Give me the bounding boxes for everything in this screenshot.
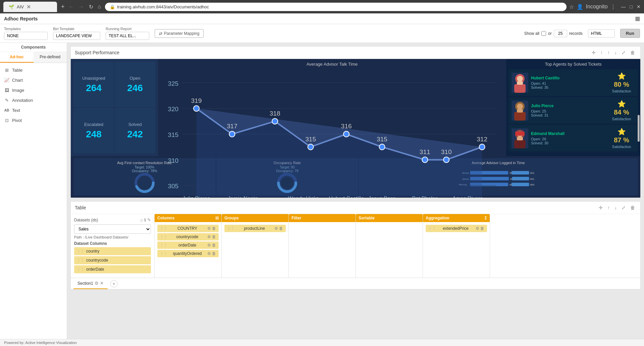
close-btn[interactable]: ✕ [637,4,641,9]
add-section-btn[interactable]: + [110,280,118,287]
agent-info-julio: Julio Pierce Open: 25Solved: 31 [531,103,605,117]
nav-forward-btn[interactable]: → [77,2,86,11]
table-delete-btn[interactable]: 🗑 [629,204,636,211]
browser-tab[interactable]: 🌱 AIV ✕ [3,2,57,12]
productline-settings-btn[interactable]: ⚙ [274,226,278,231]
sidebar-item-chart[interactable]: 📈 Chart [0,75,67,85]
menu-btn[interactable]: ⋮ [610,4,616,10]
table-builder: Datasets (ds) ⌂ ℹ ✎ Sales Path : [71,214,640,278]
show-all-checkbox[interactable] [541,31,546,36]
new-tab-btn[interactable]: + [61,3,65,10]
table-expand-btn[interactable]: ⤢ [620,204,627,211]
tab-close-btn[interactable]: ✕ [26,4,31,10]
section1-close-btn[interactable]: ✕ [100,281,104,286]
column-item-countrycode[interactable]: ⋮⋮ countrycode [74,256,151,264]
agent-avatar-julio [512,100,528,121]
up-btn[interactable]: ↑ [599,49,604,56]
running-select[interactable]: TEST ALL EL... [106,32,149,40]
upload-btn[interactable]: ↑ [606,49,611,56]
agg-item-extendedPrice[interactable]: ⋮⋮ extendedPrice ⚙ 🗑 [426,225,487,232]
sidebar-item-annotation[interactable]: ✎ Annotation [0,95,67,105]
countrycode-actions: ⚙ 🗑 [207,234,216,239]
svg-text:315: 315 [377,136,387,143]
table-up-btn[interactable]: ↑ [606,204,611,211]
section1-settings-btn[interactable]: ⚙ [95,281,99,286]
expand-btn[interactable]: ⤢ [620,49,627,56]
orderdate-delete-btn[interactable]: 🗑 [212,243,216,248]
param-mapping-btn[interactable]: ⇄ Parameter Mapping [155,29,204,38]
col-item-orderDate[interactable]: ⋮⋮ orderDate ⚙ 🗑 [157,241,219,249]
svg-rect-48 [514,140,526,148]
star-rating-julio: ⭐ [618,100,626,108]
dataset-home-btn[interactable]: ⌂ [140,217,143,222]
run-btn[interactable]: Run [620,29,640,38]
extprice-delete-btn[interactable]: 🗑 [480,226,484,231]
table-label: Table [12,68,22,73]
sidebar-item-table[interactable]: ⊞ Table [0,65,67,75]
country-drag-icon: ⋮⋮ [160,226,167,231]
dataset-select[interactable]: Sales [74,224,151,234]
countrycode-delete-btn[interactable]: 🗑 [212,234,216,239]
svg-text:318: 318 [270,110,280,117]
dataset-icons: ⌂ ℹ ✎ [140,217,151,222]
birt-select[interactable]: LANDSCAPE VIEW [53,32,100,40]
col-label-countrycode: countrycode [176,234,198,239]
svg-rect-62 [512,171,529,175]
country-delete-btn[interactable]: 🗑 [212,226,216,231]
section1-tab[interactable]: Section1 ⚙ ✕ [73,278,108,289]
orderdate-actions: ⚙ 🗑 [207,243,216,248]
nav-back-btn[interactable]: ← [67,2,75,11]
talk-time-chart: 325 320 315 310 305 [161,68,503,198]
nav-home-btn[interactable]: ⌂ [97,2,103,11]
dataset-edit-btn[interactable]: ✎ [147,217,151,222]
table-down-btn[interactable]: ↓ [613,204,618,211]
groups-header-label: Groups [224,216,239,220]
qty-settings-btn[interactable]: ⚙ [207,251,211,256]
col-item-COUNTRY[interactable]: ⋮⋮ COUNTRY ⚙ 🗑 [157,225,219,232]
scroll-indicator[interactable] [638,115,640,142]
table-move-btn[interactable]: ✛ [597,204,604,211]
format-select-wrapper[interactable]: HTML [588,29,615,38]
svg-text:310: 310 [441,148,452,155]
col-item-countrycode[interactable]: ⋮⋮ countrycode ⚙ 🗑 [157,233,219,240]
column-item-orderdate[interactable]: ⋮⋮ orderDate [74,265,151,273]
nav-reload-btn[interactable]: ↻ [88,2,95,11]
orderdate-settings-btn[interactable]: ⚙ [207,243,211,248]
productline-delete-btn[interactable]: 🗑 [279,226,283,231]
bookmark-btn[interactable]: ☆ [569,4,574,10]
delete-section-btn[interactable]: 🗑 [629,49,636,56]
header-icon[interactable]: ▦ [635,15,640,22]
running-select-wrapper[interactable]: TEST ALL EL... [106,32,149,40]
countrycode-settings-btn[interactable]: ⚙ [207,234,211,239]
format-select[interactable]: HTML [588,29,615,38]
agent-stats-edmund: Open: 26Solved: 30 [531,137,605,145]
birt-select-wrapper[interactable]: LANDSCAPE VIEW [53,32,100,40]
qty-delete-btn[interactable]: 🗑 [212,251,216,256]
col-label-orderDate: orderDate [178,243,196,248]
table-section: Table ✛ ↑ ↓ ⤢ 🗑 Datasets (ds) [70,201,641,289]
country-settings-btn[interactable]: ⚙ [207,226,211,231]
col-item-quantityOrdered[interactable]: ⋮⋮ quantityOrdered ⚙ 🗑 [157,250,219,257]
extprice-settings-btn[interactable]: ⚙ [476,226,479,231]
address-bar[interactable]: 🔒 training.aivhub.com:8443/aiv/Documents… [105,3,566,11]
sidebar-item-text[interactable]: AB Text [0,105,67,115]
svg-text:Amos Rivera: Amos Rivera [452,196,483,198]
top-agents-title: Top Agents by Solved Tickets [509,62,638,67]
minimize-btn[interactable]: — [621,4,626,9]
move-icon-btn[interactable]: ✛ [590,49,597,56]
group-item-productLine[interactable]: ⋮⋮ productLine ⚙ 🗑 [224,225,286,232]
tab-predefined[interactable]: Pre-defined [34,52,67,63]
svg-text:310: 310 [168,157,178,164]
templates-select-wrapper[interactable]: NONE [4,32,48,40]
columns-header-icon: ⊟ [215,216,219,220]
dataset-info-btn[interactable]: ℹ [144,217,146,222]
sidebar-item-pivot[interactable]: ⊡ Pivot [0,115,67,125]
tab-adhoc[interactable]: Ad-hoc [0,52,34,63]
column-item-country[interactable]: ⋮⋮ country [74,247,151,255]
maximize-btn[interactable]: □ [630,4,633,9]
stat-label-solved: Solved [128,122,142,127]
templates-select[interactable]: NONE [4,32,48,40]
down-btn[interactable]: ↓ [613,49,618,56]
sidebar-item-image[interactable]: 🖼 Image [0,85,67,95]
records-input[interactable] [554,30,567,37]
